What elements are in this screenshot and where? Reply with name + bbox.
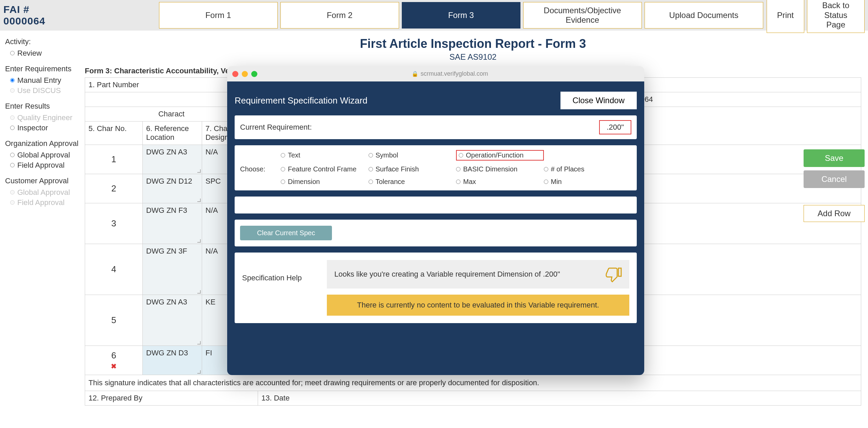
label-review[interactable]: Review <box>17 49 42 58</box>
label-cust-field: Field Approval <box>17 198 64 207</box>
tab-documents[interactable]: Documents/Objective Evidence <box>523 2 642 29</box>
add-row-button[interactable]: Add Row <box>804 205 865 222</box>
page-title: First Article Inspection Report - Form 3 <box>85 37 861 51</box>
radio-text[interactable] <box>281 153 285 157</box>
radio-review[interactable] <box>10 51 15 55</box>
clear-panel: Clear Current Spec <box>235 220 637 246</box>
top-bar: FAI # 0000064 Form 1 Form 2 Form 3 Docum… <box>0 0 868 31</box>
char-no-cell: 5 <box>85 295 143 346</box>
modal-url: scrmuat.verifyglobal.com <box>420 70 488 77</box>
label-surf[interactable]: Surface Finish <box>376 165 419 173</box>
label-org-global[interactable]: Global Approval <box>17 151 70 160</box>
ref-loc-input[interactable]: DWG ZN A3 <box>143 295 202 346</box>
radio-manual-entry[interactable] <box>10 78 15 82</box>
radio-quality-engineer <box>10 115 15 120</box>
radio-symbol[interactable] <box>369 153 373 157</box>
maximize-window-icon[interactable] <box>251 71 257 77</box>
label-inspector[interactable]: Inspector <box>17 124 48 132</box>
ref-loc-input[interactable]: DWG ZN D3 <box>143 346 202 375</box>
side-actions: Save Cancel Add Row <box>804 149 865 222</box>
cancel-button[interactable]: Cancel <box>804 170 865 188</box>
label-op-func[interactable]: Operation/Function <box>466 151 524 159</box>
current-req-value: .200" <box>599 120 631 134</box>
signature-text: This signature indicates that all charac… <box>85 375 861 391</box>
radio-basic[interactable] <box>456 167 460 171</box>
radio-tol[interactable] <box>369 180 373 184</box>
thumbs-down-icon <box>606 266 622 282</box>
label-tol[interactable]: Tolerance <box>376 178 405 186</box>
help-message: Looks like you're creating a Variable re… <box>334 270 560 279</box>
char-no-cell: 6✖ <box>85 346 143 375</box>
form-tabs: Form 1 Form 2 Form 3 Documents/Objective… <box>159 2 763 29</box>
close-window-button[interactable]: Close Window <box>560 92 637 109</box>
radio-cust-field <box>10 200 15 205</box>
label-min[interactable]: Min <box>551 178 562 186</box>
radio-org-field[interactable] <box>10 163 15 167</box>
print-button[interactable]: Print <box>767 0 804 33</box>
tab-form1[interactable]: Form 1 <box>159 2 278 29</box>
date-label: 13. Date <box>258 391 861 406</box>
char-no-cell: 2 <box>85 174 143 203</box>
char-no-cell: 3 <box>85 203 143 244</box>
ref-loc-input[interactable]: DWG ZN 3F <box>143 244 202 295</box>
enter-req-heading: Enter Requirements <box>5 64 80 73</box>
back-button[interactable]: Back to Status Page <box>807 0 865 33</box>
help-warning: There is currently no content to be eval… <box>327 295 629 316</box>
label-use-discus: Use DISCUS <box>17 86 61 95</box>
lock-icon: 🔒 <box>412 71 418 77</box>
ref-loc-input[interactable]: DWG ZN A3 <box>143 145 202 174</box>
current-req-label: Current Requirement: <box>240 123 318 132</box>
tab-form3[interactable]: Form 3 <box>402 2 520 29</box>
label-cust-global: Global Approval <box>17 188 70 197</box>
remove-row-icon[interactable]: ✖ <box>88 362 139 370</box>
col-ref-loc: 6. Reference Location <box>143 122 202 145</box>
org-approval-heading: Organization Approval <box>5 139 80 148</box>
label-max[interactable]: Max <box>463 178 476 186</box>
label-symbol[interactable]: Symbol <box>376 151 398 159</box>
save-button[interactable]: Save <box>804 149 865 167</box>
ref-loc-input[interactable]: DWG ZN D12 <box>143 174 202 203</box>
label-places[interactable]: # of Places <box>551 165 585 173</box>
label-basic[interactable]: BASIC Dimension <box>463 165 517 173</box>
label-fcf[interactable]: Feature Control Frame <box>288 165 356 173</box>
radio-fcf[interactable] <box>281 167 285 171</box>
modal-titlebar: 🔒 scrmuat.verifyglobal.com <box>227 66 644 81</box>
radio-inspector[interactable] <box>10 126 15 130</box>
radio-org-global[interactable] <box>10 153 15 157</box>
modal-title: Requirement Specification Wizard <box>235 95 368 106</box>
col-char-no: 5. Char No. <box>85 122 143 145</box>
radio-op-func[interactable] <box>459 153 463 157</box>
current-req-panel: Current Requirement: .200" <box>235 115 637 139</box>
choose-label: Choose: <box>240 165 281 173</box>
activity-heading: Activity: <box>5 37 80 46</box>
page-subtitle: SAE AS9102 <box>85 52 861 62</box>
label-org-field[interactable]: Field Approval <box>17 161 64 170</box>
close-window-icon[interactable] <box>232 71 238 77</box>
ref-loc-input[interactable]: DWG ZN F3 <box>143 203 202 244</box>
tab-upload[interactable]: Upload Documents <box>645 2 763 29</box>
label-dim[interactable]: Dimension <box>288 178 320 186</box>
label-text[interactable]: Text <box>288 151 300 159</box>
spec-input-panel[interactable] <box>235 197 637 213</box>
radio-places[interactable] <box>544 167 548 171</box>
label-manual-entry[interactable]: Manual Entry <box>17 76 61 85</box>
radio-surf[interactable] <box>369 167 373 171</box>
help-panel: Specification Help Looks like you're cre… <box>235 253 637 323</box>
radio-use-discus <box>10 88 15 93</box>
req-spec-wizard-modal: 🔒 scrmuat.verifyglobal.com Requirement S… <box>227 66 644 375</box>
radio-dim[interactable] <box>281 180 285 184</box>
minimize-window-icon[interactable] <box>242 71 248 77</box>
radio-cust-global <box>10 190 15 194</box>
label-quality-engineer: Quality Engineer <box>17 113 73 122</box>
enter-results-heading: Enter Results <box>5 102 80 111</box>
cust-approval-heading: Customer Approval <box>5 176 80 185</box>
clear-spec-button[interactable]: Clear Current Spec <box>240 226 332 240</box>
radio-max[interactable] <box>456 180 460 184</box>
char-no-cell: 4 <box>85 244 143 295</box>
left-panel: Activity: Review Enter Requirements Manu… <box>0 31 85 428</box>
tab-form2[interactable]: Form 2 <box>280 2 399 29</box>
prepared-by-label: 12. Prepared By <box>85 391 258 406</box>
radio-min[interactable] <box>544 180 548 184</box>
char-no-cell: 1 <box>85 145 143 174</box>
help-label: Specification Help <box>242 260 317 316</box>
